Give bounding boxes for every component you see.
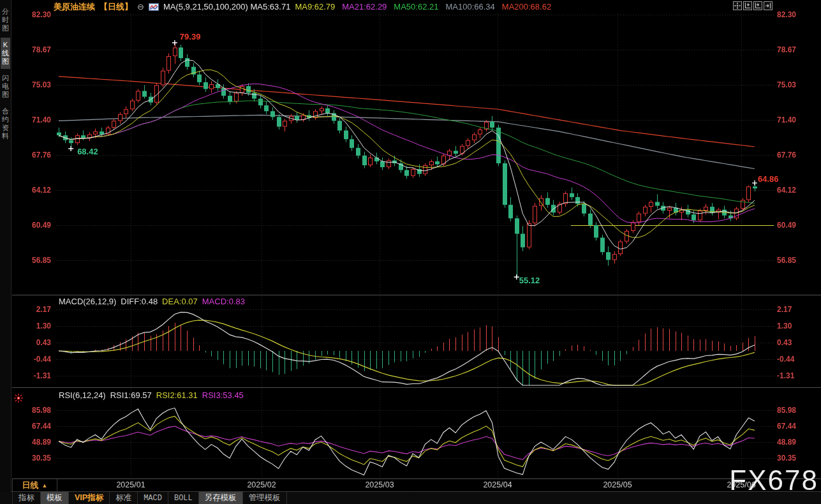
toolbar-item-6[interactable]: BOLL [168, 492, 199, 504]
period-tag: 【日线】 [100, 1, 133, 13]
ma-value: MA21:62.29 [342, 2, 387, 11]
zoom-out-button[interactable] [743, 1, 752, 10]
period-arrow-icon: ▲ [42, 482, 48, 489]
price-annotation-last-high: 64.86 [758, 174, 779, 184]
goto-latest-button[interactable] [764, 1, 773, 10]
ma-value: MA100:66.34 [445, 2, 494, 11]
rsi3-value: RSI3:53.45 [202, 390, 244, 400]
rsi2-value: RSI2:61.31 [156, 390, 198, 400]
rsi1-value: RSI1:69.57 [110, 390, 152, 400]
macd-macd-value: MACD:0.83 [202, 297, 245, 306]
macd-title: MACD(26,12,9) [59, 297, 116, 306]
sidebar-tab-2[interactable]: K 线 图 [1, 38, 10, 69]
macd-dea-value: DEA:0.07 [162, 297, 198, 306]
left-sidebar: 分 时 图K 线 图闪 电 图合 约 资 料 [0, 0, 11, 504]
toolbar-item-7[interactable]: 另存模板 [199, 492, 243, 504]
rsi-header: RSI(6,12,24) RSI1:69.57 RSI2:61.31 RSI3:… [59, 390, 244, 400]
zoom-in-button[interactable] [753, 1, 762, 10]
toolbar-item-1[interactable]: 指标 [12, 492, 41, 504]
chart-header: 美原油连续 【日线】 ⊖ MA(5,9,21,50,100,200) MA5:6… [54, 0, 551, 13]
rsi-title: RSI(6,12,24) [59, 390, 106, 400]
price-annotation-crash-low: 55.12 [519, 276, 540, 285]
toolbar-item-5[interactable]: MACD [138, 492, 168, 504]
ma-settings-label: MA(5,9,21,50,100,200) MA5:63.71 [163, 2, 290, 11]
ma-value: MA50:62.21 [394, 2, 438, 11]
sidebar-tab-1[interactable]: 分 时 图 [1, 4, 10, 36]
mini-chart-icon [149, 3, 159, 11]
sidebar-tab-3[interactable]: 闪 电 图 [1, 71, 10, 102]
toolbar-item-2[interactable]: 模板 [41, 492, 69, 504]
ma-values: MA9:62.79MA21:62.29MA50:62.21MA100:66.34… [295, 2, 551, 11]
period-selector[interactable]: 日线 ▲ [12, 479, 57, 491]
sidebar-tab-4[interactable]: 合 约 资 料 [1, 104, 10, 144]
toolbar-item-8[interactable]: 管理模板 [243, 492, 287, 504]
crosshair-button[interactable] [733, 1, 742, 10]
macd-header: MACD(26,12,9) DIFF:0.48 DEA:0.07 MACD:0.… [59, 297, 245, 306]
watermark: FX678 [729, 466, 818, 494]
app-root: 分 时 图K 线 图闪 电 图合 约 资 料 美原油连续 【日线】 ⊖ MA(5… [0, 0, 821, 504]
ma-value: MA9:62.79 [295, 2, 335, 11]
macd-diff-value: DIFF:0.48 [121, 297, 158, 306]
price-annotation-high: 79.39 [180, 32, 201, 41]
alert-icon[interactable] [13, 393, 24, 406]
indicator-toolbar: 指标模板VIP指标标准MACDBOLL另存模板管理模板 [0, 492, 821, 504]
price-annotation-low-dec: 68.42 [77, 147, 98, 156]
chart-tool-buttons [733, 1, 773, 10]
chart-canvas[interactable] [0, 0, 821, 504]
collapse-icon[interactable]: ⊖ [137, 2, 144, 11]
toolbar-item-4[interactable]: 标准 [110, 492, 138, 504]
symbol-title: 美原油连续 [54, 1, 95, 13]
ma-value: MA200:68.62 [502, 2, 551, 11]
toolbar-item-3[interactable]: VIP指标 [69, 492, 110, 504]
period-label: 日线 [22, 480, 39, 491]
